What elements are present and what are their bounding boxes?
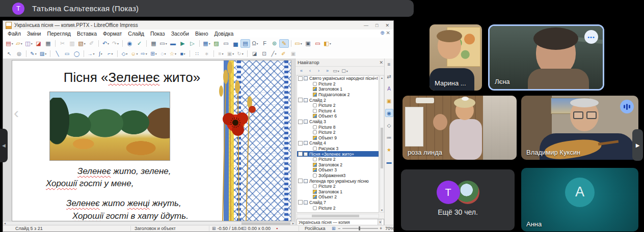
sep[interactable] bbox=[146, 40, 147, 47]
navigator-tree-item[interactable]: Слайд 4 bbox=[297, 140, 379, 146]
slide-canvas[interactable]: Пісня «Зеленеє жито» bbox=[12, 60, 291, 221]
navigator-tree-item[interactable]: Picture 2 bbox=[297, 184, 379, 189]
sep[interactable] bbox=[190, 50, 190, 57]
menu-help[interactable]: Довідка bbox=[211, 31, 237, 37]
slide-layout-icon[interactable]: ◧ bbox=[323, 39, 332, 48]
navigator-tree-item[interactable]: Заголовок 2 bbox=[297, 162, 379, 168]
menu-slideshow[interactable]: Показ bbox=[147, 31, 168, 37]
animation-deck-icon[interactable]: ★ bbox=[385, 146, 393, 154]
delete-slide-icon[interactable]: ▭ bbox=[313, 39, 323, 48]
paste-icon[interactable]: ▧ bbox=[77, 39, 87, 48]
globe-icon[interactable]: ⊕ bbox=[380, 30, 384, 36]
sep[interactable] bbox=[117, 50, 118, 57]
hyperlink-icon[interactable]: ⊚ bbox=[270, 39, 279, 48]
chevron-down-icon[interactable]: ▾ bbox=[378, 219, 382, 225]
maximize-icon[interactable]: □ bbox=[375, 23, 378, 28]
glue-points-icon[interactable]: ∗ bbox=[202, 49, 211, 58]
shadow-icon[interactable]: ◪ bbox=[250, 49, 259, 58]
spelling-icon[interactable]: ✓ bbox=[135, 39, 144, 48]
menu-format[interactable]: Формат bbox=[100, 31, 125, 37]
gallery-deck-icon[interactable]: ▣ bbox=[385, 97, 393, 105]
navigator-tree-item[interactable]: Picture 2 bbox=[297, 81, 379, 87]
zoom-slider-thumb[interactable] bbox=[359, 226, 360, 230]
navigator-tree-item[interactable]: Свято української народної пісні«Пісня л… bbox=[297, 76, 379, 81]
symbol-shapes-icon[interactable]: ☺ bbox=[129, 49, 139, 58]
block-arrows-icon[interactable]: ⇨ bbox=[139, 49, 149, 58]
navigator-tree-item[interactable]: Объект 2 bbox=[297, 194, 379, 200]
redo-icon[interactable]: ↷ bbox=[111, 39, 120, 48]
cut-icon[interactable]: ✂ bbox=[58, 39, 67, 48]
close-icon[interactable]: ✕ bbox=[385, 23, 389, 28]
navigator-vertical-scrollbar[interactable]: ▴ ▾ bbox=[380, 75, 384, 213]
animation-icon[interactable]: ▣ bbox=[288, 49, 298, 58]
special-character-icon[interactable]: Ω bbox=[250, 39, 260, 48]
zoom-percentage[interactable]: 70% bbox=[385, 225, 394, 231]
menu-window[interactable]: Вікно bbox=[192, 31, 211, 37]
zoom-pan-icon[interactable]: ◎ bbox=[14, 49, 24, 58]
flowchart-shapes-icon[interactable]: ⊞ bbox=[149, 49, 158, 58]
video-tile-marina[interactable]: Марина ... bbox=[430, 24, 482, 91]
navigator-horizontal-scrollbar[interactable] bbox=[297, 214, 379, 218]
first-slide-icon[interactable]: « bbox=[298, 68, 305, 74]
clone-formatting-icon[interactable]: ✐ bbox=[87, 39, 96, 48]
navigator-tree-item[interactable]: Picture 2 bbox=[297, 130, 379, 135]
expander-icon[interactable] bbox=[298, 76, 303, 81]
expander-icon[interactable] bbox=[298, 152, 303, 156]
insert-table-icon[interactable]: ▦ bbox=[202, 39, 211, 48]
start-from-current-slide-icon[interactable]: ▷ bbox=[187, 39, 197, 48]
select-icon[interactable]: ↖ bbox=[5, 49, 14, 58]
start-from-first-slide-icon[interactable]: ▶ bbox=[178, 39, 187, 48]
open-file-icon[interactable]: ▱ bbox=[14, 39, 24, 48]
video-tile-vladimir[interactable]: Владимир Куксин bbox=[521, 96, 638, 160]
interaction-icon[interactable]: ✐ bbox=[279, 49, 288, 58]
edit-points-icon[interactable]: ∷ bbox=[192, 49, 202, 58]
fill-color-icon[interactable]: ▨ bbox=[38, 49, 48, 58]
navigator-tree-item[interactable]: Заголовок 1 bbox=[297, 189, 379, 194]
properties-deck-icon[interactable]: ⇄ bbox=[385, 72, 393, 80]
previous-page-button[interactable]: ◀ bbox=[0, 129, 8, 162]
navigator-tree-item[interactable]: Легенда про українську пісню bbox=[297, 178, 379, 184]
curves-polygons-icon[interactable]: ∫ bbox=[96, 49, 105, 58]
shapes-filter-icon[interactable]: ▢ bbox=[341, 68, 348, 74]
navigator-deck-icon[interactable]: ◉ bbox=[385, 109, 393, 117]
scrollbar-thumb[interactable] bbox=[381, 128, 383, 168]
undo-icon[interactable]: ↶ bbox=[101, 39, 111, 48]
menu-view[interactable]: Перегляд bbox=[44, 31, 74, 37]
sep[interactable] bbox=[50, 50, 50, 57]
expander-icon[interactable] bbox=[298, 120, 303, 124]
close-document-icon[interactable]: ✕ bbox=[386, 30, 390, 36]
video-tile-anna[interactable]: A Анна bbox=[521, 168, 638, 231]
rectangle-icon[interactable]: ▭ bbox=[62, 49, 72, 58]
find-replace-icon[interactable]: ◉ bbox=[125, 39, 135, 48]
expander-icon[interactable] bbox=[298, 200, 303, 205]
lines-arrows-icon[interactable]: → bbox=[86, 49, 96, 58]
master-slides-deck-icon[interactable]: ▬ bbox=[385, 158, 393, 166]
expander-icon[interactable] bbox=[298, 141, 303, 146]
export-pdf-icon[interactable]: ◪ bbox=[34, 39, 43, 48]
next-slide-icon[interactable]: › bbox=[315, 68, 323, 74]
previous-slide-icon[interactable]: ‹ bbox=[306, 68, 314, 74]
next-page-button[interactable]: ▶ bbox=[632, 129, 643, 161]
sep[interactable] bbox=[26, 50, 26, 57]
new-slide-icon[interactable]: ▭ bbox=[293, 39, 303, 48]
menu-tools[interactable]: Засоби bbox=[168, 31, 192, 37]
minimize-icon[interactable]: — bbox=[364, 23, 368, 28]
scrollbar-thumb[interactable] bbox=[312, 215, 359, 217]
navigator-tree-item[interactable]: Объект 3 bbox=[297, 167, 379, 173]
sep[interactable] bbox=[84, 50, 84, 57]
styles-deck-icon[interactable]: A bbox=[385, 84, 393, 93]
navigator-tree-item[interactable]: Заголовок 1 bbox=[297, 86, 379, 92]
navigator-tree-item[interactable]: Объект 6 bbox=[297, 113, 379, 119]
snap-guides-icon[interactable]: ▭ bbox=[158, 39, 168, 48]
insert-line-icon[interactable]: ╲ bbox=[52, 49, 62, 58]
menu-slide[interactable]: Слайд bbox=[125, 31, 147, 37]
zoom-slider[interactable] bbox=[342, 228, 378, 229]
display-grid-icon[interactable]: ▦ bbox=[149, 39, 158, 48]
language-status[interactable]: Російська bbox=[305, 225, 325, 231]
navigator-tree-item[interactable]: Слайд 7 bbox=[297, 200, 379, 206]
navigator-close-icon[interactable]: ✕ bbox=[379, 60, 383, 65]
basic-shapes-icon[interactable]: ◇ bbox=[120, 49, 129, 58]
arrange-icon[interactable]: ▣ bbox=[226, 49, 235, 58]
insert-image-icon[interactable]: ▨ bbox=[211, 39, 221, 48]
navigator-tree-item[interactable]: Рисунок 3 bbox=[297, 146, 379, 152]
